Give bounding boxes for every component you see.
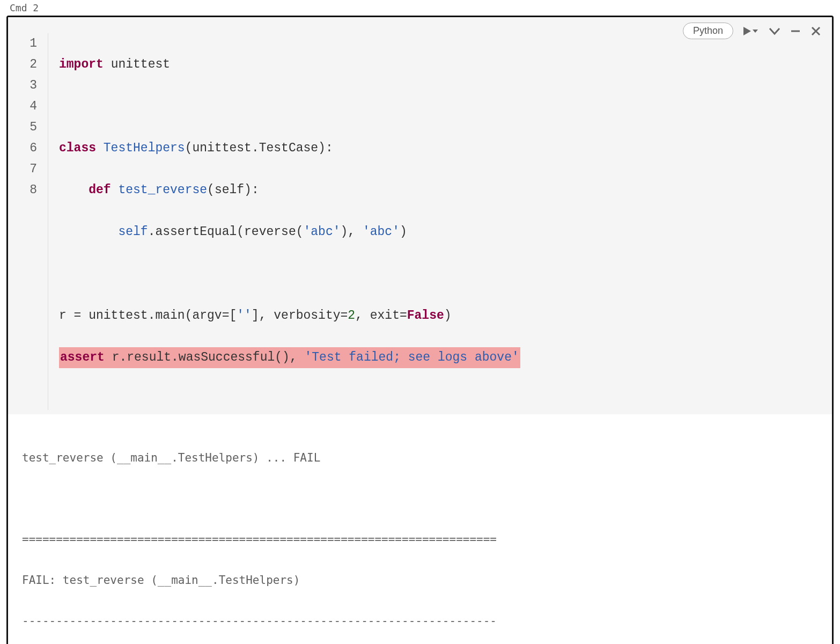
kw-import: import — [59, 57, 104, 71]
code-text: (unittest.TestCase): — [185, 141, 333, 155]
kw-def: def — [89, 183, 110, 197]
line-number: 4 — [8, 96, 37, 117]
code-content[interactable]: import unittest class TestHelpers(unitte… — [48, 33, 832, 410]
close-icon[interactable] — [810, 26, 821, 36]
str-literal: 'abc' — [363, 225, 400, 239]
line-number: 5 — [8, 117, 37, 138]
code-text: ], verbosity= — [252, 309, 348, 323]
kw-class: class — [59, 141, 96, 155]
minimize-icon[interactable] — [790, 26, 801, 36]
line-number: 1 — [8, 33, 37, 54]
code-text: unittest — [104, 57, 170, 71]
code-text: .assertEqual(reverse( — [148, 225, 304, 239]
class-name: TestHelpers — [96, 141, 185, 155]
fn-name: test_reverse — [111, 183, 207, 197]
run-icon[interactable] — [743, 26, 759, 36]
highlighted-line: assert r.result.wasSuccessful(), 'Test f… — [59, 347, 520, 368]
cell-toolbar: Python — [683, 23, 821, 39]
line-number: 7 — [8, 159, 37, 180]
line-number: 8 — [8, 180, 37, 201]
code-text: ) — [400, 225, 407, 239]
code-text: r.result.wasSuccessful(), — [105, 350, 305, 364]
num-literal: 2 — [348, 309, 355, 323]
bool-literal: False — [407, 309, 444, 323]
output-line: FAIL: test_reverse (__main__.TestHelpers… — [22, 570, 818, 590]
output-line: test_reverse (__main__.TestHelpers) ... … — [22, 448, 818, 468]
line-number: 3 — [8, 75, 37, 96]
code-text: , exit= — [355, 309, 407, 323]
code-text: r = unittest.main(argv=[ — [59, 309, 237, 323]
cmd-label: Cmd 2 — [10, 2, 834, 13]
line-number: 6 — [8, 138, 37, 159]
output-separator: ========================================… — [22, 529, 818, 550]
str-literal: 'Test failed; see logs above' — [305, 350, 519, 364]
language-selector[interactable]: Python — [683, 23, 733, 39]
output-separator: ----------------------------------------… — [22, 611, 818, 631]
code-text: (self): — [207, 183, 259, 197]
code-text: ) — [444, 309, 452, 323]
kw-self: self — [118, 225, 148, 239]
code-editor[interactable]: Python 1 2 3 4 5 6 7 8 — [8, 17, 832, 414]
kw-assert: assert — [60, 350, 105, 364]
notebook-cell: Python 1 2 3 4 5 6 7 8 — [6, 16, 834, 644]
chevron-down-icon[interactable] — [769, 26, 780, 36]
str-literal: 'abc' — [304, 225, 341, 239]
line-gutter: 1 2 3 4 5 6 7 8 — [8, 33, 48, 410]
cell-output: test_reverse (__main__.TestHelpers) ... … — [8, 414, 832, 644]
code-text: ), — [341, 225, 363, 239]
line-number: 2 — [8, 54, 37, 75]
str-literal: '' — [237, 309, 252, 323]
